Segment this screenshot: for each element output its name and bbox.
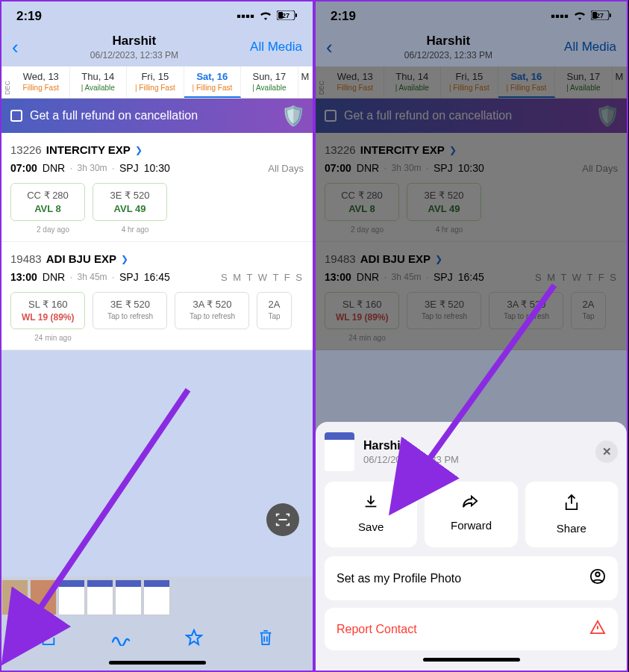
bottom-toolbar: [1, 618, 313, 671]
share-icon: [531, 494, 612, 516]
date-tab-active: Sat, 16| Filling Fast: [184, 66, 242, 98]
refund-text: Get a full refund on cancellation: [30, 109, 198, 122]
save-button[interactable]: Save: [325, 482, 417, 547]
sheet-title: Harshit 06/12/2023, 12:33 PM: [363, 439, 459, 465]
sheet-header: Harshit 06/12/2023, 12:33 PM ✕: [325, 432, 618, 471]
phone-left: 2:19 ▪▪▪▪ 27 ‹ Harshit 06/12/2023, 12:33…: [0, 0, 314, 672]
thumb[interactable]: [115, 579, 142, 615]
forward-button[interactable]: Forward: [425, 482, 517, 547]
delete-button[interactable]: [257, 629, 274, 651]
media-content: DEC Wed, 13Filling Fast Thu, 14| Availab…: [1, 66, 313, 350]
refund-banner: Get a full refund on cancellation 🛡️: [1, 99, 313, 133]
chevron-right-icon: ❯: [135, 145, 143, 155]
thumb[interactable]: [30, 579, 57, 615]
fare-box: 2ATap: [257, 292, 291, 329]
svg-rect-2: [295, 13, 297, 17]
fare-box: 3E ₹ 520AVL 49: [93, 183, 167, 221]
home-indicator[interactable]: [423, 658, 520, 662]
status-time: 2:19: [16, 9, 42, 24]
status-bar: 2:19 ▪▪▪▪ 27: [1, 1, 313, 28]
svg-point-10: [595, 573, 600, 577]
contact-name: Harshit: [19, 34, 250, 49]
signal-icon: ▪▪▪▪: [237, 9, 254, 24]
date-tab: Thu, 14| Available: [70, 66, 128, 98]
nav-bar: ‹ Harshit 06/12/2023, 12:33 PM All Media: [1, 28, 313, 66]
wifi-icon: [259, 9, 272, 24]
thumb[interactable]: [1, 579, 28, 615]
chevron-right-icon: ❯: [121, 254, 128, 264]
date-tab-more: M: [298, 66, 313, 98]
download-icon: [331, 494, 411, 514]
fare-box: 3E ₹ 520Tap to refresh: [93, 292, 167, 329]
contact-sub: 06/12/2023, 12:33 PM: [19, 50, 250, 60]
action-sheet: Harshit 06/12/2023, 12:33 PM ✕ Save Forw…: [316, 422, 627, 671]
star-button[interactable]: [185, 629, 203, 651]
date-tabs: DEC Wed, 13Filling Fast Thu, 14| Availab…: [1, 66, 313, 99]
draw-button[interactable]: [111, 629, 131, 650]
month-badge: DEC: [1, 66, 13, 98]
close-button[interactable]: ✕: [595, 441, 618, 463]
date-tab: Sun, 17| Available: [241, 66, 298, 98]
warning-icon: [589, 620, 606, 638]
set-profile-photo[interactable]: Set as my Profile Photo: [325, 556, 618, 600]
refund-checkbox: [10, 110, 22, 122]
all-media-button[interactable]: All Media: [250, 40, 302, 55]
profile-icon: [589, 568, 606, 588]
thumb[interactable]: [58, 579, 85, 615]
back-button[interactable]: ‹: [12, 36, 19, 59]
fare-box: CC ₹ 280AVL 8: [10, 183, 85, 221]
shield-icon: 🛡️: [281, 105, 305, 128]
train-card: 19483 ADI BJU EXP ❯ 13:00 DNR ●3h 45m● S…: [1, 242, 313, 350]
phone-right: 2:19 ▪▪▪▪ 27 ‹ Harshit 06/12/2023, 12:33…: [314, 0, 628, 672]
sheet-thumbnail: [325, 432, 354, 471]
nav-title[interactable]: Harshit 06/12/2023, 12:33 PM: [19, 34, 250, 60]
fare-box: SL ₹ 160WL 19 (89%): [10, 292, 85, 329]
train-card: 13226 INTERCITY EXP ❯ 07:00 DNR ●3h 30m●…: [1, 133, 313, 242]
home-indicator[interactable]: [109, 661, 206, 665]
report-contact[interactable]: Report Contact: [325, 608, 618, 650]
thumbnail-strip[interactable]: [1, 576, 313, 618]
date-tab: Wed, 13Filling Fast: [13, 66, 70, 98]
status-icons: ▪▪▪▪ 27: [237, 9, 298, 24]
scan-button[interactable]: [266, 503, 299, 536]
action-row: Save Forward Share: [325, 482, 618, 547]
svg-text:27: 27: [282, 12, 290, 19]
share-button[interactable]: [40, 628, 57, 652]
share-button[interactable]: Share: [525, 482, 618, 547]
thumb[interactable]: [87, 579, 113, 615]
date-tab: Fri, 15| Filling Fast: [127, 66, 184, 98]
thumb[interactable]: [143, 579, 170, 615]
forward-icon: [431, 494, 511, 513]
battery-icon: 27: [277, 9, 298, 24]
fare-box: 3A ₹ 520Tap to refresh: [175, 292, 249, 329]
